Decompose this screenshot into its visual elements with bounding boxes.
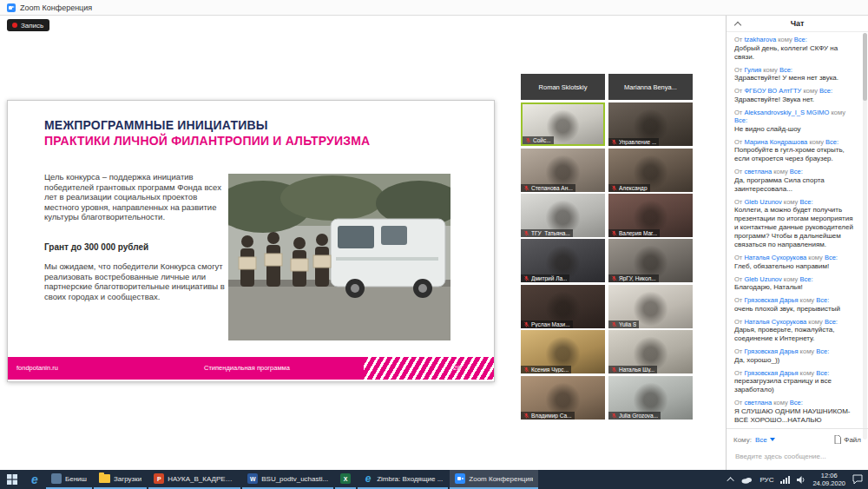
chat-message: От tzakharova кому Все: Добрый день, кол… <box>734 36 853 62</box>
taskbar-window-benish[interactable]: Бениш <box>46 470 92 489</box>
zoom-app-icon <box>7 3 16 12</box>
shared-slide: МЕЖПРОГРАММНЫЕ ИНИЦИАТИВЫ ПРАКТИКИ ЛИЧНО… <box>7 100 495 382</box>
video-tile[interactable]: ЯрГУ, Никол... <box>608 239 693 282</box>
chat-message-text: Здравствуйте! У меня нет звука. <box>734 74 853 83</box>
taskbar: e Бениш Загрузки P НАУКА_В_КАДРЕ_2... W … <box>0 470 868 489</box>
chat-message-text: Дарья, проверьте, пожалуйста, соединение… <box>734 326 853 343</box>
chat-message-sender-line: От Наталья Сухорукова кому Все: <box>734 318 853 327</box>
chat-message-text: Да, программа Сила спорта заинтересовала… <box>734 176 853 194</box>
speaker-icon[interactable] <box>797 476 806 484</box>
chat-message-input[interactable] <box>733 452 865 461</box>
chat-message-text: Да, хорошо_)) <box>734 356 853 365</box>
mic-muted-icon <box>523 413 529 419</box>
video-tile[interactable]: Александр <box>608 149 693 192</box>
video-tile-name-only[interactable]: Marianna Benya... <box>608 74 693 100</box>
start-button[interactable] <box>0 470 24 489</box>
mic-muted-icon <box>611 230 617 236</box>
chat-file-button[interactable]: Файл <box>834 435 861 444</box>
network-icon[interactable] <box>780 476 790 484</box>
chat-message-sender-line: От ФГБОУ ВО АлтГТУ кому Все: <box>734 87 853 96</box>
mic-muted-icon <box>525 137 531 143</box>
slide-paragraph-2: Мы ожидаем, что победители Конкурса смог… <box>44 261 225 301</box>
chat-message-list[interactable]: От tzakharova кому Все: Добрый день, кол… <box>727 31 857 426</box>
video-tile[interactable]: Ксения Чурс... <box>521 330 605 373</box>
video-tile[interactable]: Julia Grozova... <box>608 376 693 420</box>
powerpoint-icon: P <box>154 473 164 484</box>
mic-muted-icon <box>523 321 529 327</box>
chat-message: От ФГБОУ ВО АлтГТУ кому Все: Здравствуйт… <box>734 87 853 104</box>
edge-browser-button[interactable]: e <box>24 470 45 489</box>
chat-message: От Грязовская Дарья кому Все: очень плох… <box>734 296 853 314</box>
chat-recipient-dropdown[interactable]: Все <box>755 436 775 444</box>
edge-icon: e <box>31 472 38 486</box>
recording-indicator[interactable]: Запись <box>7 19 49 31</box>
action-center-icon[interactable] <box>852 474 863 485</box>
file-icon <box>834 435 841 444</box>
chat-message: От Gleb Uzunov кому Все: Благодарю, Ната… <box>734 275 853 293</box>
taskbar-window-zimbra[interactable]: e Zimbra: Входящие ... <box>358 470 448 489</box>
chevron-down-icon <box>770 438 775 441</box>
chat-message-sender-line: От Наталья Сухорукова кому Все: <box>734 254 853 262</box>
chat-message: От Aleksandrovskiy_I_S MGIMO кому Все: Н… <box>734 109 853 134</box>
chat-message-sender-line: От Aleksandrovskiy_I_S MGIMO кому Все: <box>734 109 853 125</box>
taskbar-window-zoom[interactable]: Zoom Конференция <box>450 470 538 489</box>
word-icon: W <box>247 473 258 484</box>
video-tile[interactable]: Валерия Маг... <box>608 194 693 237</box>
slide-footer-stripes <box>364 357 494 380</box>
video-tile[interactable]: Степанова Ан... <box>521 149 605 192</box>
mic-muted-icon <box>611 185 617 191</box>
video-tile[interactable]: Дмитрий Ла... <box>521 239 605 282</box>
chat-footer: Кому: Все Файл <box>727 428 868 470</box>
video-tile[interactable]: Руслан Мази... <box>521 285 605 328</box>
chat-message: От Грязовская Дарья кому Все: перезагруз… <box>734 369 853 395</box>
video-tile[interactable]: Управление ... <box>608 102 693 146</box>
tray-hidden-icons-chevron[interactable] <box>727 477 734 484</box>
tray-date: 24.09.2020 <box>812 479 845 487</box>
video-tile[interactable]: Наталья Шу... <box>608 330 693 373</box>
tray-clock[interactable]: 12:06 24.09.2020 <box>812 472 845 487</box>
mic-muted-icon <box>523 185 529 191</box>
chat-message: От Наталья Сухорукова кому Все: Глеб, об… <box>734 254 853 271</box>
cloud-icon[interactable] <box>741 476 753 484</box>
video-tile[interactable]: Владимир Са... <box>521 376 605 420</box>
chat-message-sender-line: От Гулия кому Все: <box>734 66 853 75</box>
chat-message-text: Добрый день, коллеги! СКФУ на связи. <box>734 44 853 62</box>
window-title: Zoom Конференция <box>20 3 92 12</box>
participant-name: Дмитрий Ла... <box>531 275 567 281</box>
participant-name: Руслан Мази... <box>531 321 570 327</box>
mic-muted-icon <box>611 413 617 419</box>
mic-muted-icon <box>611 321 617 327</box>
taskbar-window-downloads[interactable]: Загрузки <box>94 470 147 489</box>
slide-footer-program: Стипендиальная программа <box>204 364 290 372</box>
chat-panel: Чат От tzakharova кому Все: Добрый день,… <box>726 16 868 470</box>
participant-name: Сойс... <box>533 137 551 143</box>
chat-message-text: Здравствуйте! Звука нет. <box>734 96 853 104</box>
folder-icon <box>99 474 110 483</box>
chat-message-sender-line: От tzakharova кому Все: <box>734 36 853 44</box>
taskbar-window-presentation[interactable]: P НАУКА_В_КАДРЕ_2... <box>148 470 240 489</box>
excel-icon: X <box>340 473 351 484</box>
chat-message: От светлана кому Все: Да, программа Сила… <box>734 168 853 194</box>
video-tile[interactable]: Yulia S <box>608 285 693 328</box>
participant-name: Наталья Шу... <box>619 367 654 373</box>
video-tile-name-only[interactable]: Roman Sklotskiy <box>521 74 605 100</box>
chat-scrollbar[interactable] <box>863 33 867 439</box>
mic-muted-icon <box>611 367 617 373</box>
video-tile[interactable]: ТГУ_Татьяна... <box>521 194 605 237</box>
video-tile[interactable]: Сойс... <box>521 102 605 146</box>
participant-name: Степанова Ан... <box>531 185 573 191</box>
tray-language-indicator[interactable]: РУС <box>760 476 773 484</box>
recording-label: Запись <box>21 22 43 30</box>
chat-title: Чат <box>727 19 868 28</box>
chat-message-text: Благодарю, Наталья! <box>734 283 853 292</box>
participant-name: Владимир Са... <box>531 413 572 419</box>
participant-name: Александр <box>619 185 648 191</box>
chat-scrollbar-thumb[interactable] <box>863 33 867 101</box>
chat-message-sender-line: От Gleb Uzunov кому Все: <box>734 275 853 284</box>
taskbar-window-excel[interactable]: X <box>335 470 356 489</box>
participant-name: Julia Grozova... <box>619 413 658 419</box>
tray-time: 12:06 <box>812 472 845 479</box>
chat-message-text: Глеб, обязательно направим! <box>734 262 853 271</box>
chat-message-text: перезагрузила страницу и все заработало) <box>734 377 853 394</box>
taskbar-window-word-doc[interactable]: W BSU_podtv_uchasti... <box>242 470 333 489</box>
